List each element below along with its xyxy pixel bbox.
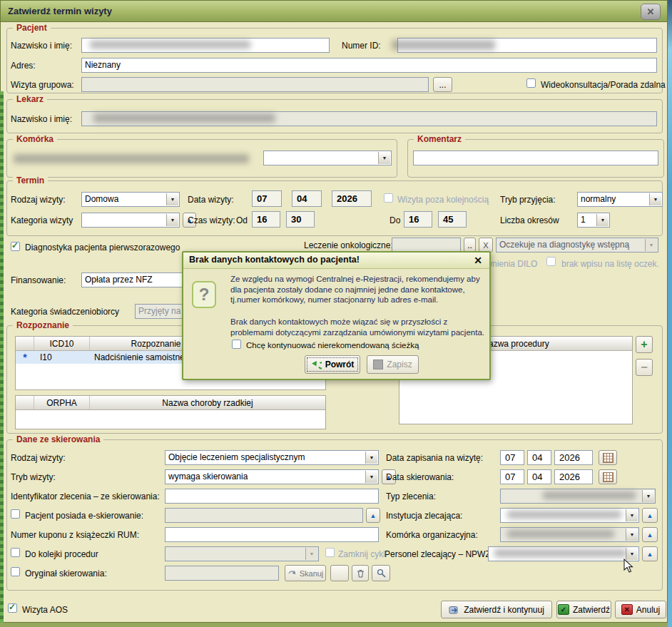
group-visit-field[interactable]	[81, 77, 429, 92]
first-visit-diagnostics-checkbox[interactable]: ✓	[11, 242, 20, 251]
referral-date-day[interactable]: 07	[500, 469, 524, 484]
month-value: 04	[297, 193, 307, 204]
order-id-input[interactable]	[165, 489, 379, 504]
oncology-browse-button[interactable]: ..	[464, 238, 476, 253]
referral-date-year[interactable]: 2026	[554, 469, 593, 484]
visit-type-label: Rodzaj wizyty:	[11, 195, 66, 205]
referral-mode-select[interactable]: wymaga skierowania ▼	[165, 469, 379, 484]
modal-title: Brak danych kontaktowych do pacjenta!	[189, 255, 360, 265]
year-value: 2026	[337, 193, 357, 204]
aos-visit-checkbox[interactable]: ✓	[8, 603, 17, 613]
scan-button[interactable]: Skanuj	[285, 565, 326, 581]
save-button[interactable]: Zapisz	[367, 355, 419, 374]
referral-date-calendar-button[interactable]	[599, 469, 617, 484]
video-consult-checkbox[interactable]	[526, 78, 536, 88]
dialog-title: Zatwierdź termin wizyty	[8, 6, 112, 16]
orpha-table[interactable]: ORPHA Nazwa choroby rzadkiej	[15, 395, 326, 429]
registration-date-month[interactable]: 04	[527, 450, 551, 465]
delete-button[interactable]	[352, 565, 369, 581]
modal-paragraph-2: Brak danych kontaktowych może wiązać się…	[230, 317, 484, 337]
visit-type-select[interactable]: Domowa ▼	[81, 192, 180, 207]
org-unit-redacted	[507, 530, 614, 538]
back-button[interactable]: Powrót	[305, 355, 360, 374]
approve-button[interactable]: ✓ Zatwierdź	[556, 601, 611, 618]
unit-select[interactable]: ▼	[263, 151, 392, 165]
dropdown-glyph: ▼	[601, 214, 606, 226]
chevron-down-icon[interactable]: ▼	[166, 193, 178, 205]
admission-mode-select[interactable]: normalny ▼	[577, 192, 663, 207]
oncology-field[interactable]	[392, 238, 461, 253]
chevron-down-icon[interactable]: ▼	[626, 529, 638, 541]
order-type-redacted	[543, 491, 636, 499]
periods-select[interactable]: 1 ▼	[577, 213, 610, 228]
ereferral-up-button[interactable]: ▲	[366, 508, 380, 523]
referral-mode-label: Tryb wizyty:	[11, 472, 56, 482]
group-visit-browse-button[interactable]: ...	[433, 77, 452, 92]
mouse-cursor	[623, 559, 635, 574]
minute-value: 45	[443, 214, 453, 225]
modal-close-button[interactable]: ✕	[471, 253, 485, 267]
day-value: 07	[257, 193, 267, 204]
institution-up-button[interactable]: ▲	[642, 508, 658, 523]
chevron-down-icon[interactable]: ▼	[649, 193, 661, 205]
approve-and-continue-button[interactable]: Zatwierdź i kontynuuj	[441, 601, 552, 618]
comment-input[interactable]	[413, 151, 658, 165]
modal-paragraph-1: Ze względu na wymogi Centralnej e-Rejest…	[230, 274, 484, 305]
chevron-down-icon[interactable]: ▼	[642, 490, 654, 502]
time-to-min[interactable]: 45	[438, 211, 467, 228]
background-right-strip	[668, 0, 672, 627]
window-close-button[interactable]: ✕	[641, 4, 661, 20]
chevron-down-icon[interactable]: ▼	[626, 509, 638, 521]
referral-date-month[interactable]: 04	[527, 469, 551, 484]
oncology-status-select[interactable]: Oczekuje na diagnostykę wstępną ▼	[496, 238, 658, 253]
row-marker-header	[16, 396, 34, 409]
patient-legend: Pacjent	[13, 23, 51, 33]
check-icon: ✓	[11, 240, 19, 250]
visit-category-select[interactable]: ▼	[81, 213, 180, 228]
chevron-down-icon: ▼	[305, 548, 317, 560]
registration-date-day[interactable]: 07	[500, 450, 524, 465]
chevron-down-icon[interactable]: ▼	[596, 214, 609, 226]
chevron-down-icon[interactable]: ▼	[365, 452, 377, 464]
referral-visit-type-select[interactable]: Objęcie leczeniem specjalistycznym ▼	[165, 450, 379, 465]
continue-anyway-checkbox[interactable]	[232, 340, 241, 349]
remove-procedure-button[interactable]: −	[636, 359, 653, 376]
original-referral-checkbox[interactable]	[11, 567, 20, 576]
chevron-down-icon[interactable]: ▼	[166, 214, 178, 226]
time-to-hour[interactable]: 16	[404, 211, 432, 228]
back-label: Powrót	[325, 360, 355, 369]
preview-button[interactable]	[372, 565, 390, 581]
visit-date-month[interactable]: 04	[292, 190, 322, 207]
visit-date-day[interactable]: 07	[252, 190, 282, 207]
registration-date-year[interactable]: 2026	[554, 450, 593, 465]
procedure-queue-checkbox[interactable]	[11, 548, 20, 557]
dropdown-glyph: ▼	[653, 193, 658, 205]
day-value: 07	[505, 471, 515, 482]
visit-date-year[interactable]: 2026	[332, 190, 372, 207]
chevron-down-icon[interactable]: ▼	[365, 471, 377, 483]
visit-category-label: Kategoria wizyty	[11, 215, 73, 225]
time-from-hour[interactable]: 16	[252, 211, 280, 228]
personnel-redacted	[494, 549, 626, 557]
rum-coupon-input[interactable]	[165, 527, 379, 542]
month-value: 04	[532, 452, 542, 463]
cancel-button[interactable]: ✕ Anuluj	[615, 601, 666, 618]
blank-button[interactable]	[330, 565, 349, 581]
referral-date-label: Data skierowania:	[386, 472, 454, 482]
check-glyph: ✓	[561, 606, 566, 613]
ereferral-checkbox[interactable]	[11, 509, 20, 519]
personnel-up-button[interactable]: ▲	[642, 546, 658, 561]
registration-date-calendar-button[interactable]	[599, 450, 617, 465]
close-icon: ✕	[647, 6, 655, 17]
chevron-down-icon[interactable]: ▼	[378, 152, 390, 164]
dilo-checkbox[interactable]	[546, 257, 556, 266]
first-visit-diagnostics-label: Diagnostyka pacjenta pierwszorazowego	[25, 243, 180, 253]
add-procedure-button[interactable]: +	[636, 336, 653, 353]
org-unit-up-button[interactable]: ▲	[642, 527, 658, 542]
oncology-clear-button[interactable]: X	[479, 238, 493, 253]
priority-visit-checkbox[interactable]	[384, 193, 393, 203]
time-from-min[interactable]: 30	[286, 211, 315, 228]
close-cycle-checkbox[interactable]	[325, 548, 335, 557]
patient-address-field[interactable]: Nieznany	[81, 58, 657, 73]
patient-id-label: Numer ID:	[342, 41, 381, 51]
